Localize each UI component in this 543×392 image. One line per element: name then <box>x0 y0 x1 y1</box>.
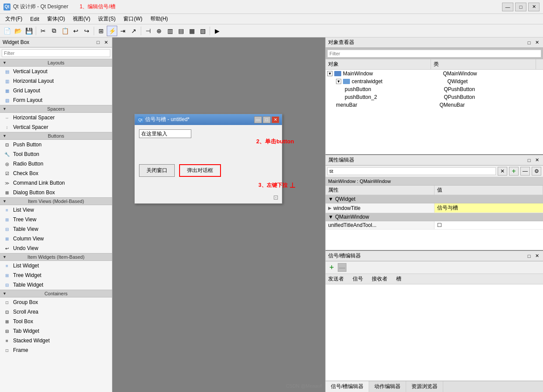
widget-horizontal-spacer[interactable]: ↔ Horizontal Spacer <box>0 113 112 122</box>
widget-tool-button[interactable]: 🔧 Tool Button <box>0 149 112 159</box>
maximize-button[interactable]: □ <box>515 3 526 11</box>
prop-val-unifiedtitle[interactable]: ☐ <box>434 221 543 229</box>
object-inspector-title: 对象查看器 <box>328 39 354 46</box>
widget-list-view[interactable]: ≡ List View <box>0 205 112 215</box>
form-text-input[interactable] <box>139 129 191 138</box>
widget-radio-button[interactable]: ◎ Radio Button <box>0 159 112 169</box>
toolbar-layout-h[interactable]: ▥ <box>165 26 175 36</box>
menu-window[interactable]: 窗口(W) <box>120 14 146 24</box>
form-dialog-btn[interactable]: 弹出对话框 <box>179 164 221 177</box>
widget-group-box[interactable]: □ Group Box <box>0 297 112 307</box>
widget-scroll-area[interactable]: ⊡ Scroll Area <box>0 307 112 317</box>
widget-horizontal-layout[interactable]: ▥ Horizontal Layout <box>0 76 112 86</box>
toolbar-save[interactable]: 💾 <box>24 26 34 36</box>
widget-box-filter[interactable] <box>2 49 110 57</box>
toggle-centralwidget[interactable]: ▼ <box>336 79 341 84</box>
widget-box: Widget Box □ ✕ Layouts ▤ Vertical Layout… <box>0 37 112 392</box>
widget-check-box[interactable]: ☑ Check Box <box>0 169 112 178</box>
toolbar-buddies[interactable]: ↗ <box>129 26 139 36</box>
canvas-area[interactable]: Qt 信号与槽 - untitled* — □ ✕ 关闭窗口 弹出对话框 ⊡ 2… <box>112 37 325 392</box>
prop-settings-btn[interactable]: ⚙ <box>532 167 541 176</box>
widget-tree-view[interactable]: ⊞ Tree View <box>0 215 112 224</box>
toolbar-signal-edit[interactable]: ⚡ <box>107 26 117 36</box>
form-minimize-btn[interactable]: — <box>254 116 262 123</box>
col-class: 类 <box>431 59 536 69</box>
obj-row-pushbutton[interactable]: pushButton QPushButton <box>326 85 543 93</box>
widget-frame[interactable]: □ Frame <box>0 345 112 355</box>
toolbar-cut[interactable]: ✂ <box>38 26 48 36</box>
toolbar-align-left[interactable]: ⊣ <box>143 26 153 36</box>
widget-tab-widget[interactable]: ⊟ Tab Widget <box>0 326 112 336</box>
toolbar-preview[interactable]: ▶ <box>212 26 222 36</box>
toolbar-undo[interactable]: ↩ <box>71 26 81 36</box>
signal-editor-close[interactable]: ✕ <box>533 253 540 260</box>
widget-push-button[interactable]: ⊡ Push Button <box>0 140 112 149</box>
tab-resource-browser[interactable]: 资源浏览器 <box>406 381 443 392</box>
tab-action-editor[interactable]: 动作编辑器 <box>369 381 406 392</box>
toolbar-new[interactable]: 📄 <box>2 26 12 36</box>
form-close-window-btn[interactable]: 关闭窗口 <box>139 164 175 177</box>
widget-dialog-button-box[interactable]: ⊞ Dialog Button Box <box>0 188 112 197</box>
obj-row-pushbutton2[interactable]: pushButton_2 QPushButton <box>326 93 543 101</box>
widget-form-layout[interactable]: ▧ Form Layout <box>0 95 112 105</box>
toolbar-layout-grid[interactable]: ▦ <box>187 26 197 36</box>
menu-form[interactable]: 窗体(O) <box>44 14 68 24</box>
prop-row-windowtitle[interactable]: ▶ windowTitle 信号与槽 <box>326 203 543 213</box>
property-editor-float[interactable]: □ <box>526 157 533 164</box>
widget-column-view[interactable]: ⊠ Column View <box>0 234 112 243</box>
widget-vertical-spacer[interactable]: ↕ Vertical Spacer <box>0 122 112 132</box>
form-close-btn[interactable]: ✕ <box>272 116 279 123</box>
widget-command-link[interactable]: ≫ Command Link Button <box>0 178 112 188</box>
widget-tool-box[interactable]: ⊞ Tool Box <box>0 317 112 326</box>
widget-box-close[interactable]: ✕ <box>102 39 109 46</box>
prop-section-qmainwindow-toggle[interactable]: ▼ <box>328 214 333 220</box>
signal-editor-float[interactable]: □ <box>526 253 533 260</box>
widget-stacked-widget[interactable]: ≡ Stacked Widget <box>0 336 112 345</box>
object-inspector-float[interactable]: □ <box>526 39 533 46</box>
obj-row-menubar[interactable]: menuBar QMenuBar <box>326 101 543 109</box>
grid-layout-icon: ▦ <box>3 87 10 94</box>
prop-remove-btn[interactable]: — <box>520 167 530 176</box>
prop-row-unifiedtitle[interactable]: unifiedTitleAndTool... ☐ <box>326 221 543 230</box>
menu-help[interactable]: 帮助(H) <box>147 14 172 24</box>
toggle-mainwindow[interactable]: ▼ <box>327 71 333 76</box>
property-filter-input[interactable] <box>327 167 496 175</box>
obj-row-centralwidget[interactable]: ▼ centralwidget QWidget <box>326 78 543 85</box>
close-button[interactable]: ✕ <box>528 3 540 11</box>
prop-filter-clear[interactable]: ✕ <box>498 167 507 176</box>
widget-vertical-layout[interactable]: ▤ Vertical Layout <box>0 67 112 76</box>
menu-settings[interactable]: 设置(S) <box>95 14 119 24</box>
toolbar-redo[interactable]: ↪ <box>81 26 92 36</box>
toolbar-paste[interactable]: 📋 <box>60 26 70 36</box>
menu-edit[interactable]: Edit <box>27 15 43 23</box>
toolbar-layout-v[interactable]: ▤ <box>176 26 186 36</box>
form-title-controls: — □ ✕ <box>254 116 279 123</box>
minimize-button[interactable]: — <box>502 3 513 11</box>
obj-row-mainwindow[interactable]: ▼ MainWindow QMainWindow <box>326 70 543 78</box>
menu-file[interactable]: 文件(F) <box>2 14 26 24</box>
toolbar-widget-editor[interactable]: ⊞ <box>96 26 106 36</box>
form-maximize-btn[interactable]: □ <box>263 116 271 123</box>
toolbar-tab-order[interactable]: ⇥ <box>118 26 128 36</box>
prop-section-qwidget-toggle[interactable]: ▼ <box>328 196 333 202</box>
prop-val-windowtitle[interactable]: 信号与槽 <box>434 203 543 213</box>
widget-undo-view[interactable]: ↩ Undo View <box>0 243 112 253</box>
signal-del-button[interactable]: — <box>338 263 346 272</box>
widget-box-float[interactable]: □ <box>95 39 102 46</box>
toolbar-open[interactable]: 📂 <box>13 26 23 36</box>
prop-add-btn[interactable]: + <box>509 167 519 176</box>
property-editor-close[interactable]: ✕ <box>533 157 540 164</box>
tab-signal-editor[interactable]: 信号/槽编辑器 <box>326 381 369 392</box>
signal-add-button[interactable]: + <box>327 263 336 272</box>
object-inspector-close[interactable]: ✕ <box>533 39 540 46</box>
toolbar-copy[interactable]: ⧉ <box>49 26 59 36</box>
widget-list-widget[interactable]: ≡ List Widget <box>0 261 112 270</box>
toolbar-layout-form[interactable]: ▧ <box>197 26 208 36</box>
menu-view[interactable]: 视图(V) <box>69 14 94 24</box>
widget-tree-widget[interactable]: ⊞ Tree Widget <box>0 270 112 280</box>
object-inspector-filter[interactable] <box>327 50 541 57</box>
widget-table-view[interactable]: ⊟ Table View <box>0 224 112 234</box>
widget-table-widget[interactable]: ⊟ Table Widget <box>0 280 112 290</box>
widget-grid-layout[interactable]: ▦ Grid Layout <box>0 86 112 95</box>
toolbar-align-center[interactable]: ⊕ <box>154 26 164 36</box>
